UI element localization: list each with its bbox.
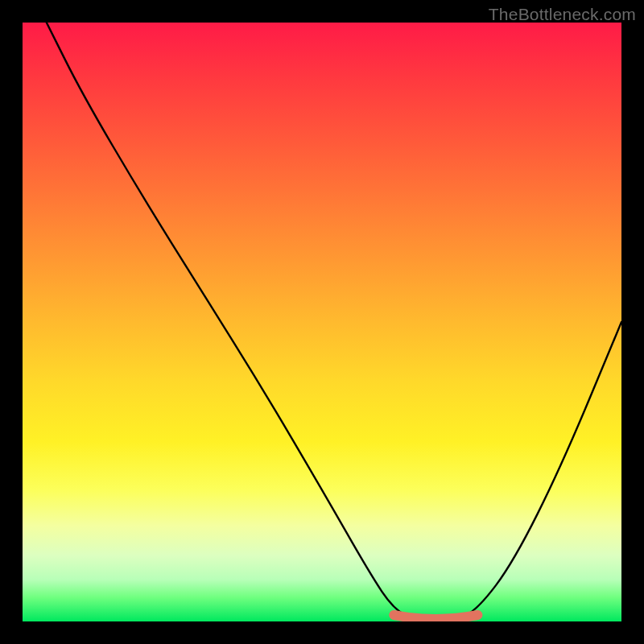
- watermark-text: TheBottleneck.com: [489, 5, 636, 24]
- optimal-range-marker: [394, 615, 477, 619]
- curve-layer: [23, 23, 621, 621]
- chart-frame: TheBottleneck.com: [0, 0, 644, 644]
- plot-area: [23, 23, 621, 621]
- bottleneck-curve: [47, 23, 621, 621]
